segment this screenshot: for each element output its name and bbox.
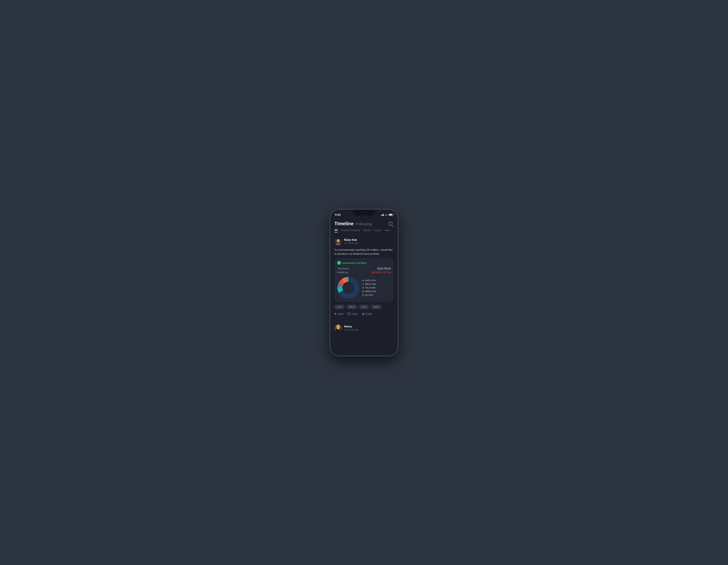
legend-etc: etc 4.8% [362, 294, 376, 296]
post-meta-ruby: Ruby Kim 12 minute ago [344, 239, 358, 245]
comment-count: 2,421 [352, 312, 358, 315]
legend-amzn: AMZN 5.5% [362, 290, 376, 292]
views-button[interactable]: 5,420 [362, 312, 372, 315]
post-time-ruby: 12 minute ago [344, 242, 358, 245]
eye-icon [362, 312, 365, 315]
post-time-henry: 12 minute ago [344, 328, 358, 331]
avatar-ruby [334, 238, 342, 245]
page-subtitle: Following [356, 222, 372, 226]
svg-point-12 [363, 313, 364, 314]
svg-point-14 [336, 325, 340, 329]
total-asset-value: $128,755.52 [377, 267, 391, 270]
legend-label-tsla: TSLA 6.8% [365, 286, 375, 289]
legend-tsla: TSLA 6.8% [362, 286, 376, 289]
legend-label-sbux: SBUX 6.9% [365, 283, 376, 285]
legend-label-aapl: AAPL 8.7% [365, 279, 376, 282]
tag-tsla[interactable]: TSLA [359, 304, 369, 309]
portfolio-card: ✓ Investment Verified Total Asset $128,7… [334, 258, 394, 302]
post-username-henry: Henry [344, 325, 358, 328]
legend-dot-sbux [362, 283, 364, 285]
header: Timeline Following [330, 218, 398, 229]
status-icons [381, 214, 393, 216]
signal-icon [381, 214, 384, 216]
chart-legend: AAPL 8.7% SBUX 6.9% TSLA 6.8% [362, 279, 376, 296]
tag-row: AAPL SBUX TSLA AMZN [334, 304, 394, 309]
header-title-group: Timeline Following [334, 221, 372, 227]
page-title: Timeline [334, 221, 354, 227]
tab-sharing-portfolio[interactable]: Sharing Portfolio [341, 229, 360, 232]
legend-dot-etc [362, 294, 364, 296]
filter-tabs: All Sharing Portfolio Stocks Crypto Wea… [330, 229, 398, 235]
tag-aapl[interactable]: AAPL [334, 304, 345, 309]
tag-amzn[interactable]: AMZN [371, 304, 382, 309]
post-card-henry: Henry 12 minute ago [330, 321, 398, 337]
post-text-ruby: To commemorate reaching 100 million, I w… [334, 248, 394, 256]
profit-row: Profit/Loss $20,860 (+20.3%) [337, 271, 391, 274]
like-button[interactable]: ♥ 1,452 [334, 312, 343, 316]
screen-content[interactable]: Timeline Following All Sharing Portfolio… [330, 218, 398, 356]
svg-point-16 [339, 327, 339, 327]
comment-button[interactable]: 2,421 [348, 312, 358, 315]
comment-icon [348, 312, 351, 315]
post-username-ruby: Ruby Kim [344, 239, 358, 242]
post-header: Ruby Kim 12 minute ago [334, 238, 394, 245]
chart-section: AAPL 8.7% SBUX 6.9% TSLA 6.8% [337, 277, 391, 299]
wifi-icon [385, 214, 388, 216]
legend-aapl: AAPL 8.7% [362, 279, 376, 282]
donut-chart [337, 277, 360, 299]
legend-label-etc: etc 4.8% [365, 294, 373, 296]
profit-label: Profit/Loss [337, 271, 349, 274]
tab-all[interactable]: All [334, 229, 338, 233]
phone-device: 9:41 Timeline [330, 210, 398, 356]
total-asset-label: Total Asset [337, 267, 349, 270]
search-icon [389, 222, 392, 226]
avatar-henry [334, 324, 342, 332]
tab-crypto[interactable]: Crypto [374, 229, 382, 232]
post-card-ruby: Ruby Kim 12 minute ago To commemorate re… [330, 235, 398, 321]
legend-label-amzn: AMZN 5.5% [365, 290, 376, 292]
legend-dot-aapl [362, 280, 364, 281]
like-count: 1,452 [337, 312, 343, 315]
profit-value: $20,860 (+20.3%) [371, 271, 391, 274]
tag-sbux[interactable]: SBUX [346, 304, 357, 309]
check-icon: ✓ [337, 261, 341, 265]
status-time: 9:41 [335, 213, 341, 217]
tab-stocks[interactable]: Stocks [363, 229, 371, 232]
legend-sbux: SBUX 6.9% [362, 283, 376, 285]
post-meta-henry: Henry 12 minute ago [344, 325, 358, 331]
tab-wealth[interactable]: Wea… [385, 229, 393, 232]
camera [363, 212, 365, 213]
total-asset-row: Total Asset $128,755.52 [337, 267, 391, 270]
svg-point-15 [337, 327, 338, 327]
post-header-henry: Henry 12 minute ago [334, 324, 394, 332]
notch [353, 210, 375, 215]
svg-point-11 [342, 282, 354, 294]
battery-icon [389, 214, 393, 216]
legend-dot-tsla [362, 287, 364, 288]
verified-badge: ✓ Investment Verified [337, 261, 391, 265]
legend-dot-amzn [362, 291, 364, 292]
search-button[interactable] [387, 221, 394, 227]
verified-text: Investment Verified [342, 262, 366, 265]
interaction-row: ♥ 1,452 2,421 5,420 [334, 312, 394, 318]
views-count: 5,420 [366, 312, 372, 315]
heart-icon: ♥ [334, 312, 336, 316]
svg-point-2 [337, 239, 340, 243]
phone-screen: 9:41 Timeline [330, 210, 398, 356]
